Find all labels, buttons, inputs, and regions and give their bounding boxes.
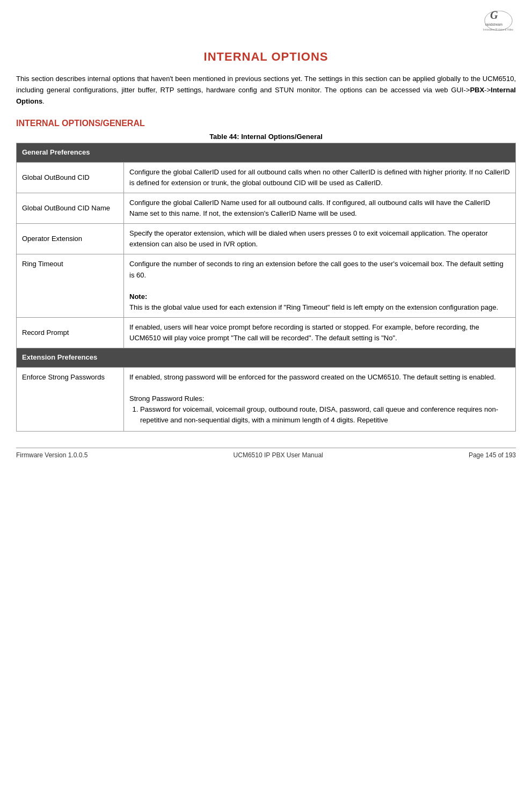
row-label-record-prompt: Record Prompt — [17, 318, 124, 348]
table-caption: Table 44: Internal Options/General — [16, 133, 516, 141]
page-title: INTERNAL OPTIONS — [16, 50, 516, 64]
footer-manual: UCM6510 IP PBX User Manual — [234, 451, 323, 459]
section-header-extension-label: Extension Preferences — [17, 348, 516, 367]
grandstream-logo: G randstream Innovative IP Voice & Video — [451, 11, 516, 40]
table-section-extension: Extension Preferences — [17, 348, 516, 367]
row-desc-global-outbound-cid: Configure the global CallerID used for a… — [124, 162, 516, 193]
row-label-ring-timeout: Ring Timeout — [17, 254, 124, 318]
table-row: Record Prompt If enabled, users will hea… — [17, 318, 516, 348]
row-desc-record-prompt: If enabled, users will hear voice prompt… — [124, 318, 516, 348]
row-label-global-outbound-cid: Global OutBound CID — [17, 162, 124, 193]
row-label-global-outbound-cid-name: Global OutBound CID Name — [17, 193, 124, 223]
table-section-general: General Preferences — [17, 143, 516, 162]
logo-area: G randstream Innovative IP Voice & Video — [16, 11, 516, 40]
table-row: Enforce Strong Passwords If enabled, str… — [17, 367, 516, 432]
row-desc-ring-timeout: Configure the number of seconds to ring … — [124, 254, 516, 318]
intro-text: This section describes internal options … — [16, 74, 516, 107]
row-desc-global-outbound-cid-name: Configure the global CallerID Name used … — [124, 193, 516, 223]
footer-firmware: Firmware Version 1.0.0.5 — [16, 451, 88, 459]
table-row: Ring Timeout Configure the number of sec… — [17, 254, 516, 318]
svg-text:randstream: randstream — [485, 23, 502, 26]
list-item: Password for voicemail, voicemail group,… — [140, 404, 510, 426]
table-row: Global OutBound CID Name Configure the g… — [17, 193, 516, 223]
page-footer: Firmware Version 1.0.0.5 UCM6510 IP PBX … — [16, 448, 516, 459]
table-row: Operator Extension Specify the operator … — [17, 224, 516, 254]
svg-text:Innovative IP Voice & Video: Innovative IP Voice & Video — [483, 28, 514, 31]
svg-text:G: G — [490, 11, 498, 21]
row-label-enforce-strong-passwords: Enforce Strong Passwords — [17, 367, 124, 432]
row-label-operator-extension: Operator Extension — [17, 224, 124, 254]
table-row: Global OutBound CID Configure the global… — [17, 162, 516, 193]
row-desc-enforce-strong-passwords: If enabled, strong password will be enfo… — [124, 367, 516, 432]
section-heading: INTERNAL OPTIONS/GENERAL — [16, 119, 516, 128]
row-desc-operator-extension: Specify the operator extension, which wi… — [124, 224, 516, 254]
note-label: Note: — [129, 293, 147, 301]
section-header-label: General Preferences — [17, 143, 516, 162]
svg-point-0 — [485, 11, 512, 31]
internal-options-table: General Preferences Global OutBound CID … — [16, 143, 516, 432]
strong-password-rules-list: Password for voicemail, voicemail group,… — [140, 404, 510, 426]
footer-page: Page 145 of 193 — [469, 451, 516, 459]
